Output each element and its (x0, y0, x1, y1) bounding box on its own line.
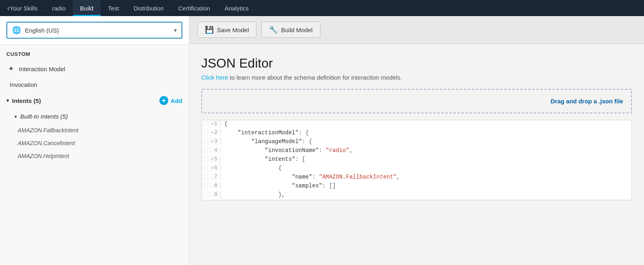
add-label: Add (171, 97, 182, 104)
back-label: Your Skills (10, 5, 37, 12)
build-model-label: Build Model (281, 27, 312, 33)
interaction-model-icon: ✦ (8, 64, 14, 73)
globe-icon: 🌐 (12, 26, 21, 35)
plus-icon: + (159, 96, 168, 105)
code-line-8: 8 "samples": [] (202, 182, 632, 191)
sidebar-item-built-in-intents[interactable]: ▾ Built-In Intents (5) (0, 109, 189, 124)
intents-label: Intents (5) (12, 97, 41, 104)
language-dropdown[interactable]: 🌐 English (US) ▾ (6, 22, 182, 39)
code-line-5: ▾ 5 "intents": [ (202, 156, 632, 164)
sidebar-item-help-intent[interactable]: AMAZON.HelpIntent (0, 150, 189, 162)
sidebar-item-interaction-model[interactable]: ✦ Interaction Model (0, 60, 189, 77)
chevron-down-icon: ▾ (174, 27, 177, 33)
save-model-button[interactable]: 💾 Save Model (197, 22, 256, 38)
language-selector-container: 🌐 English (US) ▾ (0, 16, 189, 45)
toolbar: 💾 Save Model 🔧 Build Model (189, 16, 644, 44)
code-editor[interactable]: ▾ 1 { ▾ 2 "interactionModel": { (201, 120, 632, 200)
sidebar: 🌐 English (US) ▾ CUSTOM ✦ Interaction Mo… (0, 16, 189, 265)
content-area: 💾 Save Model 🔧 Build Model JSON Editor C… (189, 16, 644, 265)
nav-item-distribution[interactable]: Distribution (126, 0, 171, 16)
code-line-4: 4 "invocationName": "radio", (202, 147, 632, 156)
code-line-3: ▾ 3 "languageModel": { (202, 138, 632, 147)
fold-arrow-6[interactable]: ▾ (211, 166, 213, 171)
top-nav: Your Skills radio Build Test Distributio… (0, 0, 644, 16)
drop-zone-text: Drag and drop a .json file (551, 98, 623, 105)
nav-item-analytics[interactable]: Analytics (217, 0, 256, 16)
back-nav-item[interactable]: Your Skills (0, 0, 45, 16)
main-layout: 🌐 English (US) ▾ CUSTOM ✦ Interaction Mo… (0, 16, 644, 265)
custom-section-header: CUSTOM (0, 45, 189, 60)
chevron-down-built-in-icon: ▾ (14, 114, 17, 119)
drop-zone[interactable]: Drag and drop a .json file (201, 89, 632, 113)
fold-arrow-3[interactable]: ▾ (211, 139, 213, 144)
sidebar-item-fallback-intent[interactable]: AMAZON.FallbackIntent (0, 124, 189, 137)
code-line-1: ▾ 1 { (202, 120, 632, 129)
build-model-button[interactable]: 🔧 Build Model (261, 22, 320, 38)
add-intent-button[interactable]: + Add (159, 96, 182, 105)
code-line-9: 9 }, (202, 191, 632, 200)
fold-arrow-1[interactable]: ▾ (211, 121, 213, 126)
invocation-label: Invocation (10, 81, 37, 88)
build-icon: 🔧 (269, 25, 278, 34)
editor-description: Click here to learn more about the schem… (201, 74, 632, 81)
code-line-6: ▾ 6 { (202, 164, 632, 173)
chevron-down-intents-icon: ▾ (6, 98, 9, 103)
code-line-7: 7 "name": "AMAZON.FallbackIntent", (202, 173, 632, 182)
learn-more-link[interactable]: Click here (201, 74, 228, 81)
sidebar-item-invocation[interactable]: Invocation (0, 77, 189, 92)
interaction-model-label: Interaction Model (19, 66, 65, 72)
save-icon: 💾 (205, 25, 214, 34)
sidebar-item-intents[interactable]: ▾ Intents (5) + Add (0, 92, 189, 109)
nav-item-build[interactable]: Build (73, 0, 101, 16)
language-label: English (US) (25, 27, 174, 34)
nav-item-radio[interactable]: radio (45, 0, 72, 16)
editor-container: JSON Editor Click here to learn more abo… (189, 44, 644, 265)
code-line-2: ▾ 2 "interactionModel": { (202, 129, 632, 138)
built-in-label: Built-In Intents (5) (20, 113, 68, 120)
save-model-label: Save Model (217, 27, 249, 33)
editor-desc-text: to learn more about the schema definitio… (228, 74, 402, 81)
nav-item-certification[interactable]: Certification (171, 0, 217, 16)
editor-title: JSON Editor (201, 56, 632, 71)
fold-arrow-2[interactable]: ▾ (211, 130, 213, 135)
sidebar-item-cancel-intent[interactable]: AMAZON.CancelIntent (0, 137, 189, 150)
nav-item-test[interactable]: Test (101, 0, 126, 16)
fold-arrow-5[interactable]: ▾ (211, 157, 213, 162)
